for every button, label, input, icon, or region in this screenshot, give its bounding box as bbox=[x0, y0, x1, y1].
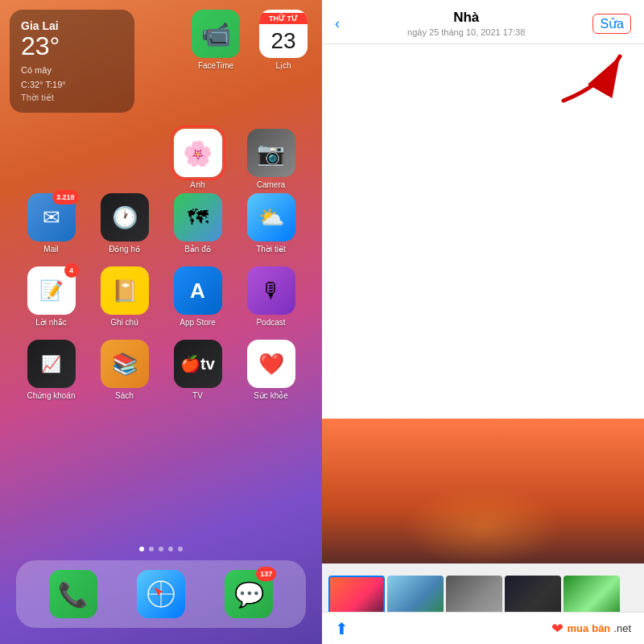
notes-title: Nhà bbox=[340, 10, 592, 26]
app-icon-podcasts[interactable]: 🎙 Podcast bbox=[234, 266, 308, 327]
app-icon-maps[interactable]: 🗺 Bản đồ bbox=[161, 193, 234, 254]
page-dots bbox=[0, 547, 322, 551]
notes-header: ‹ Nhà ngày 25 tháng 10, 2021 17:38 Sửa bbox=[322, 0, 644, 44]
notes-panel: ‹ Nhà ngày 25 tháng 10, 2021 17:38 Sửa bbox=[322, 0, 644, 644]
top-right-apps: 📹 FaceTime THỨ TƯ 23 Lịch bbox=[187, 10, 312, 70]
note-content-area[interactable] bbox=[322, 44, 644, 419]
app-icon-stocks[interactable]: 📈 Chứng khoán bbox=[14, 340, 88, 400]
app-icon-mail[interactable]: ✉ 3.218 Mail bbox=[14, 193, 88, 254]
app-icon-facetime[interactable]: 📹 FaceTime bbox=[187, 10, 245, 70]
app-label-weather2: Thời tiết bbox=[256, 245, 285, 254]
bottom-toolbar: ⬆ ❤ muabán.net bbox=[322, 612, 644, 644]
app-label-mail: Mail bbox=[43, 245, 58, 254]
app-label-facetime: FaceTime bbox=[198, 61, 233, 70]
dock-safari[interactable] bbox=[137, 570, 185, 618]
app-label-camera: Camera bbox=[257, 180, 286, 189]
app-label-podcasts: Podcast bbox=[256, 318, 285, 327]
app-label-books: Sách bbox=[115, 391, 134, 400]
app-icon-appletv[interactable]: 🍎tv TV bbox=[161, 340, 234, 400]
dot-1 bbox=[139, 547, 144, 551]
dot-5 bbox=[178, 547, 183, 551]
watermark-ban: bán bbox=[592, 622, 610, 634]
weather-city: Gia Lai bbox=[21, 19, 123, 32]
app-label-notes: Ghi chú bbox=[110, 318, 138, 327]
weather-widget[interactable]: Gia Lai 23° Có mây C:32° T:19° Thời tiết bbox=[10, 10, 134, 113]
app-label-photos: Ảnh bbox=[190, 180, 204, 189]
sky-glow bbox=[402, 486, 564, 567]
app-icon-appstore[interactable]: A App Store bbox=[161, 266, 234, 327]
weather-label: Thời tiết bbox=[21, 93, 123, 103]
notes-edit-button[interactable]: Sửa bbox=[592, 14, 631, 34]
app-label-stocks: Chứng khoán bbox=[27, 391, 76, 400]
app-icon-reminders[interactable]: 📝 4 Lời nhắc bbox=[14, 266, 88, 327]
watermark-tld: .net bbox=[613, 622, 631, 634]
dot-3 bbox=[159, 547, 163, 551]
reminders-badge: 4 bbox=[64, 263, 79, 278]
notes-date: ngày 25 tháng 10, 2021 17:38 bbox=[340, 27, 592, 37]
svg-marker-3 bbox=[152, 585, 163, 597]
dot-4 bbox=[168, 547, 173, 551]
app-icon-health[interactable]: ❤️ Sức khỏe bbox=[234, 340, 308, 400]
app-icon-calendar[interactable]: THỨ TƯ 23 Lịch bbox=[254, 10, 312, 70]
weather-description: Có mây bbox=[21, 65, 123, 75]
mail-badge: 3.218 bbox=[52, 190, 79, 204]
app-icon-weather[interactable]: ⛅ Thời tiết bbox=[234, 193, 308, 254]
app-icon-books[interactable]: 📚 Sách bbox=[88, 340, 161, 400]
dock: 📞 💬 137 bbox=[16, 560, 306, 628]
weather-details: C:32° T:19° bbox=[21, 80, 123, 89]
app-icon-photos[interactable]: 🌸 Ảnh bbox=[161, 129, 234, 189]
app-icon-camera[interactable]: 📷 Camera bbox=[234, 129, 308, 189]
app-label-appstore: App Store bbox=[180, 318, 215, 327]
iphone-screen: Gia Lai 23° Có mây C:32° T:19° Thời tiết… bbox=[0, 0, 322, 644]
app-label-reminders: Lời nhắc bbox=[35, 318, 67, 327]
app-label-maps: Bản đồ bbox=[184, 245, 211, 254]
share-icon[interactable]: ⬆ bbox=[335, 619, 349, 638]
main-app-grid: ✉ 3.218 Mail 🕐 Đồng hồ 🗺 Bản đồ ⛅ Thời t… bbox=[0, 193, 322, 400]
messages-badge: 137 bbox=[256, 567, 276, 581]
app-label-clock: Đồng hồ bbox=[109, 245, 140, 254]
app-label-appletv: TV bbox=[192, 391, 203, 400]
dock-phone[interactable]: 📞 bbox=[49, 570, 97, 618]
calendar-day: 23 bbox=[259, 24, 308, 55]
app-label-calendar: Lịch bbox=[275, 61, 291, 70]
watermark: ❤ muabán.net bbox=[551, 620, 631, 638]
weather-temp: 23° bbox=[21, 32, 123, 60]
calendar-header: THỨ TƯ bbox=[259, 13, 308, 24]
dot-2 bbox=[149, 547, 154, 551]
watermark-mua: mua bbox=[567, 622, 588, 634]
app-icon-notes[interactable]: 📔 Ghi chú bbox=[88, 266, 161, 327]
app-icon-clock[interactable]: 🕐 Đồng hồ bbox=[88, 193, 161, 254]
photos-camera-row: 🌸 Ảnh 📷 Camera bbox=[0, 129, 322, 189]
dock-messages[interactable]: 💬 137 bbox=[225, 570, 273, 618]
app-label-health: Sức khỏe bbox=[254, 391, 288, 400]
notes-title-block: Nhà ngày 25 tháng 10, 2021 17:38 bbox=[340, 10, 592, 37]
